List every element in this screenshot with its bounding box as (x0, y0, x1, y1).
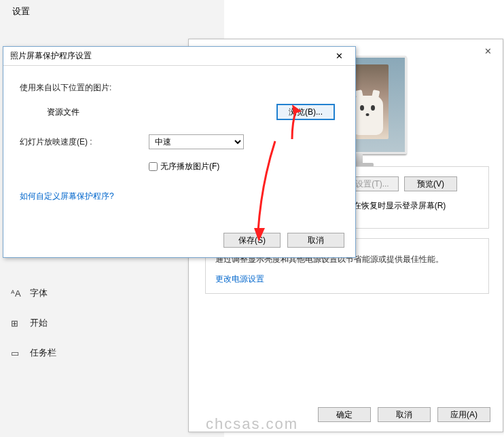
folder-name: 资源文件 (20, 107, 149, 118)
font-icon: ᴬA (11, 288, 26, 299)
watermark: chcsas.com (206, 415, 298, 433)
help-link[interactable]: 如何自定义屏幕保护程序? (20, 191, 339, 202)
close-button[interactable]: ✕ (478, 45, 497, 58)
taskbar-icon: ▭ (11, 348, 26, 358)
use-pictures-from-label: 使用来自以下位置的图片: (20, 82, 149, 94)
cancel-button[interactable]: 取消 (378, 407, 431, 422)
power-settings-link[interactable]: 更改电源设置 (215, 274, 264, 284)
sidebar-item-taskbar[interactable]: ▭ 任务栏 (11, 338, 56, 368)
sidebar-item-fonts[interactable]: ᴬA 字体 (11, 278, 56, 308)
shuffle-label: 无序播放图片(F) (160, 161, 219, 172)
browse-button[interactable]: 浏览(B)... (276, 104, 335, 120)
slideshow-speed-select[interactable]: 中速 (149, 134, 244, 149)
settings-sidebar: ᴬA 字体 ⊞ 开始 ▭ 任务栏 (11, 278, 56, 368)
save-button[interactable]: 保存(S) (223, 233, 281, 248)
start-icon: ⊞ (11, 318, 26, 328)
resume-checkbox-label: 在恢复时显示登录屏幕(R) (353, 200, 446, 212)
photos-settings-dialog: 照片屏幕保护程序设置 ✕ 使用来自以下位置的图片: 资源文件 浏览(B)... … (3, 46, 356, 258)
slideshow-speed-label: 幻灯片放映速度(E) : (20, 136, 149, 148)
shuffle-checkbox[interactable] (149, 162, 158, 171)
settings-title: 设置 (12, 5, 30, 18)
dialog-title: 照片屏幕保护程序设置 (10, 50, 92, 62)
sidebar-item-start[interactable]: ⊞ 开始 (11, 308, 56, 338)
sidebar-item-label: 任务栏 (30, 347, 56, 359)
close-button[interactable]: ✕ (327, 50, 351, 63)
apply-button[interactable]: 应用(A) (437, 407, 490, 422)
ok-button[interactable]: 确定 (318, 407, 371, 422)
cancel-button[interactable]: 取消 (287, 233, 344, 248)
preview-button[interactable]: 预览(V) (404, 176, 457, 191)
sidebar-item-label: 开始 (30, 317, 48, 329)
sidebar-item-label: 字体 (30, 287, 48, 299)
